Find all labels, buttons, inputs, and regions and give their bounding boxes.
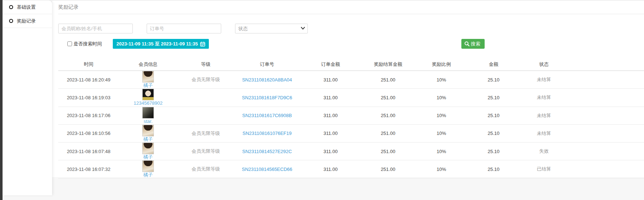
table-row: 2023-11-08 16:20:49 橘子 会员无限等级 SN23110816…	[58, 71, 644, 89]
cell-member: 橘子	[119, 143, 177, 160]
sidebar-item-label: 基础设置	[17, 4, 36, 11]
cell-order-no: SN23110814565ECD66	[234, 160, 300, 178]
cell-order-amount: 311.00	[300, 71, 361, 89]
cell-filler	[569, 160, 644, 178]
cell-status: 已结算	[519, 160, 569, 178]
search-icon	[464, 41, 470, 47]
cell-order-no: SN2311081618F7D9C6	[234, 89, 300, 107]
member-name-link[interactable]: 橘子	[143, 154, 153, 160]
cell-order-amount: 311.00	[300, 124, 361, 142]
cell-member: 橘子	[119, 71, 177, 89]
member-name-link[interactable]: 橘子	[143, 83, 153, 88]
member-search-input[interactable]	[58, 24, 133, 33]
table-row: 2023-11-08 16:07:48 橘子 会员无限等级 SN23110814…	[58, 143, 644, 160]
member-name-link[interactable]: 橘子	[143, 136, 153, 142]
cell-order-amount: 311.00	[300, 89, 361, 107]
cell-time: 2023-11-08 16:17:06	[58, 107, 119, 124]
order-no-link[interactable]: SN23110814527E292C	[242, 149, 292, 154]
cell-level	[177, 89, 234, 107]
left-edge-strip	[0, 0, 3, 200]
cell-ratio: 10%	[415, 160, 468, 178]
col-header-amount: 金额	[468, 60, 519, 71]
member-avatar	[142, 143, 154, 154]
sidebar-item-reward-records[interactable]: 奖励记录	[3, 14, 52, 28]
table-row: 2023-11-08 16:19:03 12345678902 SN231108…	[58, 89, 644, 107]
cell-time: 2023-11-08 16:07:32	[58, 160, 119, 178]
circle-bullet-icon	[9, 19, 13, 23]
member-avatar	[142, 125, 154, 136]
search-time-checkbox[interactable]	[67, 41, 72, 46]
cell-filler	[569, 143, 644, 160]
order-no-link[interactable]: SN2311081620A8BA04	[242, 77, 292, 83]
cell-level: 会员无限等级	[177, 124, 234, 142]
cell-status: 未结算	[519, 124, 569, 142]
cell-order-no: SN23110814527E292C	[234, 143, 300, 160]
date-range-text: 2023-11-09 11:35 至 2023-11-09 11:35	[116, 41, 198, 47]
cell-filler	[569, 71, 644, 89]
cell-filler	[569, 107, 644, 124]
table-row: 2023-11-08 16:10:56 橘子 会员无限等级 SN23110816…	[58, 124, 644, 142]
cell-status: 未结算	[519, 71, 569, 89]
search-button-label: 搜索	[471, 41, 480, 47]
col-header-filler	[569, 60, 644, 71]
cell-order-amount: 311.00	[300, 143, 361, 160]
cell-level: 会员无限等级	[177, 71, 234, 89]
cell-status: 未结算	[519, 107, 569, 124]
search-time-checkbox-wrap[interactable]: 是否搜索时间	[67, 41, 102, 47]
cell-order-amount: 311.00	[300, 107, 361, 124]
cell-order-no: SN2311081620A8BA04	[234, 71, 300, 89]
filter-row-actions: 是否搜索时间 2023-11-09 11:35 至 2023-11-09 11:…	[58, 39, 644, 49]
member-name-link[interactable]: 12345678902	[134, 100, 163, 106]
cell-time: 2023-11-08 16:20:49	[58, 71, 119, 89]
date-range-button[interactable]: 2023-11-09 11:35 至 2023-11-09 11:35	[113, 39, 209, 49]
table-row: 2023-11-08 16:07:32 橘子 会员无限等级 SN23110814…	[58, 160, 644, 178]
search-button[interactable]: 搜索	[461, 39, 485, 49]
cell-level: 会员无限等级	[177, 143, 234, 160]
order-no-link[interactable]: SN2311081618F7D9C6	[242, 95, 292, 100]
cell-ratio: 10%	[415, 107, 468, 124]
cell-settle-amount: 251.00	[361, 143, 415, 160]
col-header-member: 会员信息	[119, 60, 177, 71]
cell-settle-amount: 251.00	[361, 89, 415, 107]
cell-level: 会员无限等级	[177, 160, 234, 178]
sidebar-item-basic-settings[interactable]: 基础设置	[3, 0, 52, 14]
cell-settle-amount: 251.00	[361, 124, 415, 142]
cell-filler	[569, 89, 644, 107]
status-select[interactable]: 状态	[235, 24, 308, 33]
page-title: 奖励记录	[58, 0, 644, 14]
col-header-status: 状态	[519, 60, 569, 71]
filter-row-inputs: 状态	[58, 24, 644, 33]
col-header-level: 等级	[177, 60, 234, 71]
table-header-row: 时间 会员信息 等级 订单号 订单金额 奖励结算金额 奖励比例 金额 状态	[58, 60, 644, 71]
cell-member: 12345678902	[119, 89, 177, 107]
member-name-link[interactable]: 橘子	[143, 172, 153, 178]
member-avatar	[142, 89, 154, 100]
cell-order-amount: 311.00	[300, 160, 361, 178]
cell-settle-amount: 251.00	[361, 107, 415, 124]
member-avatar	[142, 160, 154, 172]
cell-ratio: 10%	[415, 143, 468, 160]
cell-amount: 25.10	[468, 160, 519, 178]
sidebar: 基础设置 奖励记录	[3, 0, 52, 195]
cell-ratio: 10%	[415, 89, 468, 107]
cell-settle-amount: 251.00	[361, 71, 415, 89]
cell-amount: 25.10	[468, 71, 519, 89]
col-header-time: 时间	[58, 60, 119, 71]
order-no-link[interactable]: SN23110814565ECD66	[242, 167, 293, 172]
order-no-link[interactable]: SN2311081617C6908B	[242, 113, 292, 118]
cell-amount: 25.10	[468, 143, 519, 160]
order-no-link[interactable]: SN231108161076EF19	[243, 131, 292, 136]
order-no-input[interactable]	[147, 24, 221, 33]
cell-amount: 25.10	[468, 107, 519, 124]
search-time-label: 是否搜索时间	[73, 41, 102, 47]
circle-bullet-icon	[9, 5, 13, 9]
cell-settle-amount: 251.00	[361, 160, 415, 178]
cell-ratio: 10%	[415, 124, 468, 142]
calendar-icon	[200, 41, 205, 47]
member-name-link[interactable]: star.	[144, 119, 153, 124]
status-select-wrap: 状态	[235, 24, 308, 33]
reward-records-table: 时间 会员信息 等级 订单号 订单金额 奖励结算金额 奖励比例 金额 状态 20…	[58, 60, 644, 179]
member-avatar	[142, 71, 154, 83]
cell-order-no: SN2311081617C6908B	[234, 107, 300, 124]
cell-time: 2023-11-08 16:19:03	[58, 89, 119, 107]
